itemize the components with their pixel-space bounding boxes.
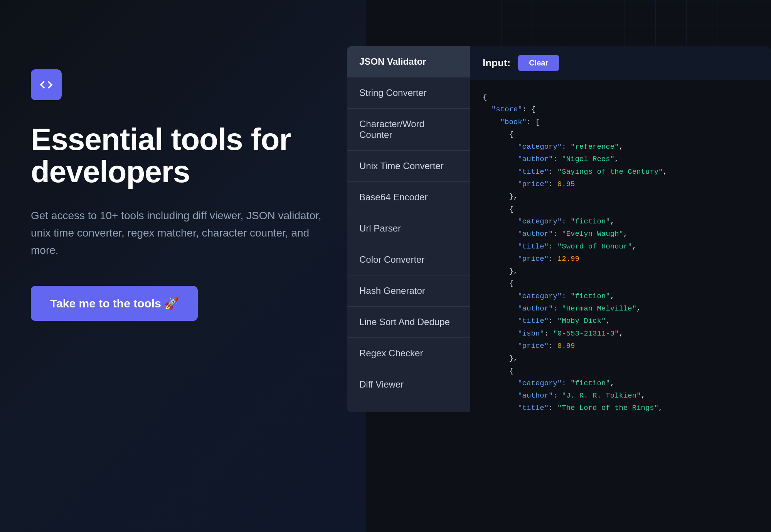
hero-title: Essential tools for developers: [31, 123, 335, 188]
sidebar-item-hash-generator[interactable]: Hash Generator: [347, 275, 470, 307]
sidebar-item-unix-time-converter[interactable]: Unix Time Converter: [347, 151, 470, 182]
code-icon: [38, 76, 55, 93]
hero-section: Essential tools for developers Get acces…: [0, 0, 366, 532]
tools-sidebar: JSON ValidatorString ConverterCharacter/…: [347, 46, 470, 412]
sidebar-item-string-converter[interactable]: String Converter: [347, 77, 470, 109]
json-panel-input-label: Input:: [483, 57, 510, 69]
clear-button[interactable]: Clear: [518, 55, 559, 71]
sidebar-item-base64-encoder[interactable]: Base64 Encoder: [347, 182, 470, 213]
sidebar-item-character-word-counter[interactable]: Character/Word Counter: [347, 109, 470, 151]
sidebar-item-json-validator[interactable]: JSON Validator: [347, 46, 470, 77]
hero-description: Get access to 10+ tools including diff v…: [31, 207, 332, 259]
app-demo: JSON ValidatorString ConverterCharacter/…: [347, 0, 771, 532]
json-panel-header: Input: Clear: [470, 46, 771, 80]
json-panel: Input: Clear { "store": { "book": [ { "c…: [470, 46, 771, 412]
sidebar-item-color-converter[interactable]: Color Converter: [347, 244, 470, 275]
cta-button[interactable]: Take me to the tools 🚀: [31, 286, 198, 321]
sidebar-item-line-sort-dedupe[interactable]: Line Sort And Dedupe: [347, 307, 470, 338]
sidebar-item-diff-viewer[interactable]: Diff Viewer: [347, 369, 470, 400]
sidebar-item-url-parser[interactable]: Url Parser: [347, 213, 470, 244]
logo-badge: [31, 69, 62, 100]
json-content-area[interactable]: { "store": { "book": [ { "category": "re…: [470, 80, 771, 412]
sidebar-item-regex-checker[interactable]: Regex Checker: [347, 338, 470, 369]
